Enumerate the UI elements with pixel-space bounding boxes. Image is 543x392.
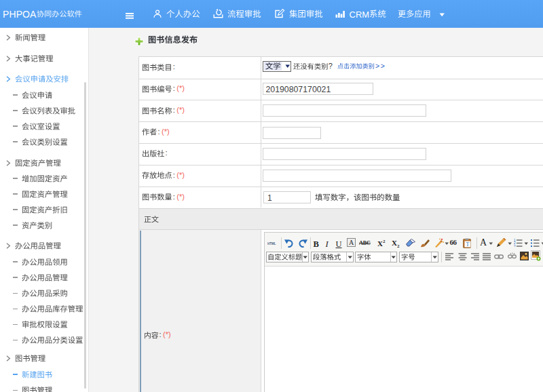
svg-text:T: T — [466, 241, 470, 248]
svg-text:3: 3 — [514, 245, 516, 248]
